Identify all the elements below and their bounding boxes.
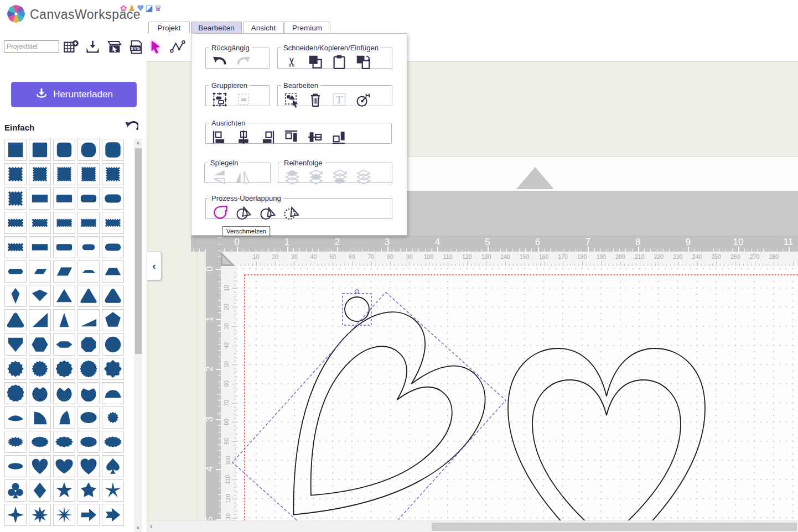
paste-special-icon[interactable] (355, 54, 371, 70)
align-bottom-icon[interactable] (330, 129, 347, 145)
shape-rect-barrel[interactable] (102, 187, 124, 210)
scroll-left-icon[interactable]: ‹ (150, 521, 153, 530)
shape-stamp-square-1[interactable] (4, 163, 27, 185)
shape-right-triangle[interactable] (29, 309, 51, 331)
project-title-input[interactable] (4, 40, 59, 53)
group-icon[interactable] (211, 91, 228, 108)
shape-tulip-wide[interactable] (77, 382, 100, 404)
shape-square-rounded-md[interactable] (53, 139, 75, 161)
shape-pentagon[interactable] (102, 309, 124, 331)
new-template-icon[interactable] (62, 38, 80, 56)
horizontal-scrollbar[interactable]: ‹ (147, 520, 798, 532)
shape-seal-sm[interactable] (102, 406, 124, 429)
shape-rect-wide-rounded[interactable] (53, 236, 75, 258)
shape-leaf[interactable] (4, 406, 27, 429)
shape-shield[interactable] (4, 333, 27, 356)
shape-square-barrel[interactable] (102, 139, 124, 161)
shape-square[interactable] (4, 139, 27, 161)
shape-stamp-rect-1[interactable] (4, 212, 27, 234)
align-center-h-icon[interactable] (235, 129, 252, 145)
svg-icon[interactable]: SVG (127, 38, 145, 56)
shape-burst-8[interactable] (53, 504, 75, 526)
path-edit-icon[interactable] (169, 38, 186, 56)
intersect-icon[interactable] (259, 204, 276, 221)
shape-notch-circle[interactable] (29, 382, 51, 404)
shape-stamp-rect-3[interactable] (53, 212, 75, 234)
shape-stamp-square-2[interactable] (29, 163, 51, 185)
shape-sail[interactable] (53, 406, 75, 429)
shape-stamp-rect-2[interactable] (29, 212, 51, 234)
tab-projekt[interactable]: Projekt (148, 22, 190, 34)
shape-square-rounded-sm[interactable] (29, 139, 51, 161)
shape-kite-wide[interactable] (29, 285, 51, 307)
shape-stamp-square-4[interactable] (77, 163, 100, 185)
sidebar-collapse-button[interactable]: ‹ (147, 252, 162, 280)
shape-heart[interactable] (29, 455, 51, 477)
shape-hexagon[interactable] (29, 333, 51, 356)
shape-stamp-square-5[interactable] (102, 163, 124, 185)
shape-trapezoid[interactable] (102, 260, 124, 283)
shape-scallop-circle[interactable] (4, 382, 27, 404)
shape-rect-rounded-md[interactable] (77, 187, 100, 210)
shape-stamp-rect-5[interactable] (102, 212, 124, 234)
send-to-mat-icon[interactable] (106, 38, 123, 56)
download-button[interactable]: Herunterladen (11, 82, 137, 107)
copy-icon[interactable] (307, 54, 324, 70)
shape-triangle-round-wide[interactable] (4, 309, 27, 331)
shape-stamp-rect-4[interactable] (77, 212, 100, 234)
align-middle-v-icon[interactable] (307, 129, 323, 145)
subtract-icon[interactable] (235, 204, 252, 221)
shape-semicircle[interactable] (102, 382, 124, 404)
flower-icon[interactable]: ✿ (120, 3, 127, 13)
align-right-icon[interactable] (259, 129, 276, 145)
shape-arrow-right[interactable] (77, 504, 100, 526)
stamp-icon[interactable]: ♟ (128, 3, 136, 13)
cut-icon[interactable]: ✂ (283, 54, 300, 70)
select-all-icon[interactable] (283, 91, 300, 108)
shape-burst-ellipse[interactable] (4, 431, 27, 453)
shape-heart-scallop[interactable] (77, 455, 100, 477)
align-top-icon[interactable] (283, 129, 299, 145)
shape-circle[interactable] (102, 333, 124, 356)
photo-icon[interactable]: ◪ (145, 3, 153, 13)
rotate-icon[interactable] (355, 91, 371, 108)
sidebar-scrollbar-thumb[interactable] (135, 148, 142, 354)
shape-scallop-ellipse-4[interactable] (102, 431, 124, 453)
shape-tulip[interactable] (53, 382, 75, 404)
scroll-up-icon[interactable]: ∧ (134, 139, 142, 147)
shape-star-5[interactable] (53, 479, 75, 502)
shape-pill[interactable] (102, 236, 124, 258)
scroll-down-icon[interactable]: ∨ (134, 524, 142, 532)
shape-arrow-notch[interactable] (102, 504, 124, 526)
shape-stamp-square-3[interactable] (53, 163, 75, 185)
horizontal-scrollbar-thumb[interactable] (432, 523, 797, 531)
shape-heart-wide[interactable] (53, 455, 75, 477)
shape-scallop-ellipse-3[interactable] (77, 431, 100, 453)
shape-diamond[interactable] (29, 479, 51, 502)
download-tray-icon[interactable] (84, 38, 101, 56)
shape-triangle-narrow[interactable] (53, 309, 75, 331)
shape-star-5-fat[interactable] (77, 479, 100, 502)
shape-star-4[interactable] (4, 504, 27, 526)
weld-icon[interactable] (211, 204, 228, 221)
select-cursor-icon[interactable] (146, 38, 164, 56)
shape-right-triangle-flat[interactable] (77, 309, 100, 331)
shape-parallelogram[interactable] (53, 260, 75, 283)
shape-club[interactable] (4, 479, 27, 502)
shape-kite[interactable] (4, 285, 27, 307)
shape-ellipse[interactable] (77, 406, 100, 429)
shape-ellipse-thin[interactable] (4, 455, 27, 477)
shape-rect-rounded-sm[interactable] (53, 187, 75, 210)
shape-hexagon-thin[interactable] (53, 333, 75, 356)
shape-scallop-ellipse-2[interactable] (53, 431, 75, 453)
undo-icon[interactable] (211, 54, 228, 70)
paste-icon[interactable] (331, 54, 348, 70)
shape-pill-thin[interactable] (4, 260, 27, 283)
shape-rect[interactable] (29, 187, 51, 210)
tab-bearbeiten[interactable]: Bearbeiten (191, 22, 242, 34)
shape-trapezoid-thin[interactable] (77, 260, 100, 283)
shape-star-8[interactable] (29, 504, 51, 526)
shape-scallop-12[interactable] (53, 358, 75, 380)
shape-scallop-20[interactable] (77, 358, 100, 380)
shape-square-rounded-lg[interactable] (77, 139, 100, 161)
